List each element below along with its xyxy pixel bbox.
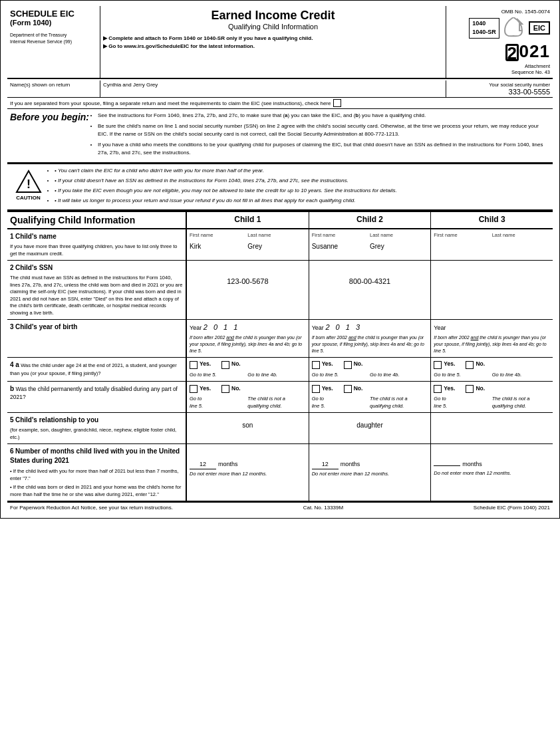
row-6-child1: 12 months Do not enter more than 12 mont… xyxy=(187,444,309,501)
row-4a-num: 4 a xyxy=(10,361,19,368)
instruction2: ▶ Go to www.irs.gov/ScheduleEIC for the … xyxy=(103,43,443,51)
child1-months-val: 12 xyxy=(190,460,216,469)
header: SCHEDULE EIC (Form 1040) Department of t… xyxy=(7,6,553,79)
header-center: Earned Income Credit Qualifying Child In… xyxy=(100,6,446,78)
row-4b-child3-no-cb[interactable] xyxy=(466,385,474,393)
row3-child1-note: If born after 2002 and the child is youn… xyxy=(190,334,306,354)
child1-year-val: 2 0 1 1 xyxy=(204,323,240,331)
row-4a-child2-yes-cb[interactable] xyxy=(312,361,320,369)
child1-relationship: son xyxy=(190,416,306,435)
row-4b-child2-yes-cb[interactable] xyxy=(312,385,320,393)
child2-year-val: 2 0 1 3 xyxy=(325,323,362,331)
row-5-child1: son xyxy=(187,413,309,443)
child2-year-label: Year 2 0 1 3 xyxy=(312,322,428,332)
before-begin-list: See the instructions for Form 1040, line… xyxy=(90,112,550,157)
arrow-icon xyxy=(503,17,523,37)
row-2-child1: 123-00-5678 xyxy=(187,261,309,319)
name-ssn-row: Name(s) shown on return Cynthia and Jerr… xyxy=(7,80,553,98)
row-4a: 4 a Was the child under age 24 at the en… xyxy=(7,358,553,382)
main-title: Earned Income Credit xyxy=(103,9,443,23)
row-1-child2-name: Susanne Grey xyxy=(312,242,428,251)
row-4a-child3-yes-cb[interactable] xyxy=(434,361,442,369)
row-4a-title: Was the child under age 24 at the end of… xyxy=(10,362,177,376)
ssn-value: 333-00-5555 xyxy=(449,88,550,96)
row-1-child1: First name Last name Kirk Grey xyxy=(187,229,309,260)
months-label-1: months xyxy=(218,460,238,469)
caution-triangle-icon: ! xyxy=(15,170,42,193)
row-4b-child1-yes-cb[interactable] xyxy=(190,385,198,393)
row-4a-no-label: No. xyxy=(231,360,241,368)
row-4b-child2-no-cb[interactable] xyxy=(344,385,352,393)
child1-months-note: Do not enter more than 12 months. xyxy=(190,471,306,478)
dept-line1: Department of the Treasury xyxy=(10,33,67,37)
year-digits: 0 xyxy=(519,41,529,61)
instructions: ▶ Complete and attach to Form 1040 or 10… xyxy=(103,35,443,51)
last-name-label-2: Last name xyxy=(370,232,428,239)
first-name-label-3: First name xyxy=(434,232,491,239)
months-label-3: months xyxy=(462,460,482,469)
row-5-child2: daughter xyxy=(309,413,432,443)
caution-label: CAUTION xyxy=(16,195,40,201)
last-name-label: Last name xyxy=(247,232,305,239)
before-begin-item-1: See the instructions for Form 1040, line… xyxy=(98,112,550,120)
row-4a-child3-no-cb[interactable] xyxy=(466,361,474,369)
child3-year-label: Year xyxy=(434,322,550,332)
child2-first-name: Susanne xyxy=(312,242,370,251)
row-5-title: Child's relationship to you xyxy=(15,416,98,424)
row-1-child3-subheader: First name Last name xyxy=(434,232,550,239)
row-4b-child3-yes-cb[interactable] xyxy=(434,385,442,393)
caution-item-4: • It will take us longer to process your… xyxy=(55,197,550,205)
row-2: 2 Child's SSN The child must have an SSN… xyxy=(7,261,553,320)
row-1-num: 1 xyxy=(10,233,14,240)
form-boxes: 1040 1040-SR xyxy=(469,18,499,39)
row-1-child2-subheader: First name Last name xyxy=(312,232,428,239)
eic-box: EIC xyxy=(529,21,550,35)
separation-checkbox[interactable] xyxy=(333,99,341,107)
caution-item-3: • If you take the EIC even though you ar… xyxy=(55,187,550,195)
child2-months-note: Do not enter more than 12 months. xyxy=(312,471,428,478)
dept-info: Department of the Treasury Internal Reve… xyxy=(10,32,97,45)
row-2-child3 xyxy=(431,261,553,319)
row-2-label: 2 Child's SSN The child must have an SSN… xyxy=(7,261,187,319)
row-2-child2: 800-00-4321 xyxy=(309,261,432,319)
row-4a-child1-yes-cb[interactable] xyxy=(190,361,198,369)
row-6-child2-months: 12 months xyxy=(312,460,428,469)
row-3-child2: Year 2 0 1 3 If born after 2002 and the … xyxy=(309,320,432,357)
first-name-label-2: First name xyxy=(312,232,370,239)
row-4b-child1: Yes. No. Go toline 5. The child is not a… xyxy=(187,382,309,412)
row-6-child1-months: 12 months xyxy=(190,460,306,469)
child2-ssn: 800-00-4321 xyxy=(312,263,428,300)
instruction1: ▶ Complete and attach to Form 1040 or 10… xyxy=(103,35,443,43)
row-4b-title: Was the child permanently and totally di… xyxy=(10,386,178,400)
row-4a-label: 4 a Was the child under age 24 at the en… xyxy=(7,358,187,382)
child2-relationship: daughter xyxy=(312,416,428,435)
row-4a-child3: Yes. No. Go to line 5. Go to line 4b. xyxy=(431,358,553,382)
qci-title: Qualifying Child Information xyxy=(7,212,187,228)
row-4b-go-yes: Go toline 5. xyxy=(190,396,247,410)
row-6-title: Number of months child lived with you in… xyxy=(10,447,180,464)
dept-line2: Internal Revenue Service (99) xyxy=(10,39,72,44)
child1-ssn: 123-00-5678 xyxy=(190,263,306,300)
before-begin-item-3: If you have a child who meets the condit… xyxy=(98,141,550,157)
separation-row: If you are separated from your spouse, f… xyxy=(7,98,553,109)
row-4b-no-result: The child is not a qualifying child. xyxy=(247,396,305,410)
row3-child3-note: If born after 2002 and the child is youn… xyxy=(434,334,550,354)
child1-first-name: Kirk xyxy=(190,242,247,251)
caution-content: • You can't claim the EIC for a child wh… xyxy=(47,167,550,207)
row-4a-child2-no-cb[interactable] xyxy=(344,361,352,369)
row-4a-child1-no-cb[interactable] xyxy=(221,361,229,369)
row-6-child2: 12 months Do not enter more than 12 mont… xyxy=(309,444,432,501)
row-4b-child1-no-cb[interactable] xyxy=(221,385,229,393)
row-4a-child1-go-yes: Go to line 5. xyxy=(190,372,247,379)
row-4a-child2: Yes. No. Go to line 5. Go to line 4b. xyxy=(309,358,432,382)
row-1-title: Child's name xyxy=(15,233,57,240)
child2-months-val: 12 xyxy=(312,460,339,469)
row-3-title: Child's year of birth xyxy=(15,323,78,330)
row-6-child3-months: months xyxy=(434,460,550,469)
row-5-label: 5 Child's relationship to you (for examp… xyxy=(7,413,187,443)
months-label-2: months xyxy=(341,460,360,469)
child3-months-val xyxy=(434,465,460,466)
schedule-title: SCHEDULE EIC xyxy=(10,9,97,19)
form-sub: (Form 1040) xyxy=(10,19,97,27)
child3-header: Child 3 xyxy=(431,212,553,228)
